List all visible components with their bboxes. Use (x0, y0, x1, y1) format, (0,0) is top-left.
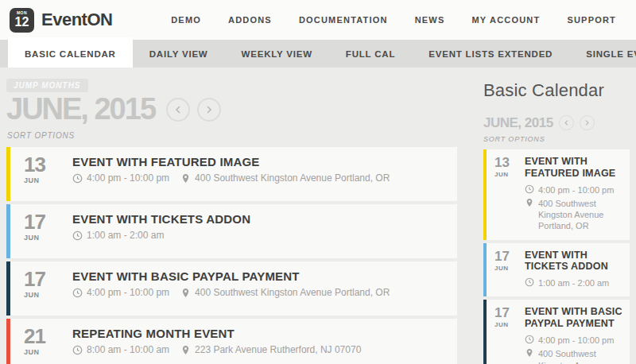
event-row[interactable]: 13 JUN EVENT WITH FEATURED IMAGE 4:00 pm… (6, 147, 457, 201)
event-list: 13 JUN EVENT WITH FEATURED IMAGE 4:00 pm… (6, 147, 457, 364)
event-meta: 8:00 am - 10:00 am 223 Park Avenue Ruthe… (72, 344, 361, 357)
prev-month-button[interactable] (166, 98, 190, 122)
event-info: EVENT WITH BASIC PAYPAL PAYMENT 4:00 pm … (518, 306, 625, 364)
clock-icon (72, 288, 83, 298)
sidebar-prev-month-button[interactable] (559, 115, 574, 130)
event-date: 13 JUN (487, 156, 518, 232)
event-time: 8:00 am - 10:00 am (72, 344, 169, 357)
event-day: 17 (494, 306, 518, 319)
nav-item-documentation[interactable]: DOCUMENTATION (299, 15, 388, 25)
event-time-text: 1:00 am - 2:00 am (538, 277, 609, 288)
brand-name: EventON (41, 10, 112, 30)
event-time: 1:00 am - 2:00 am (72, 230, 164, 242)
event-time: 4:00 pm - 10:00 pm (72, 287, 169, 300)
event-date: 17 JUN (10, 269, 56, 316)
event-time: 4:00 pm - 10:00 pm (525, 184, 614, 196)
nav-item-demo[interactable]: DEMO (171, 15, 201, 25)
event-time-text: 4:00 pm - 10:00 pm (538, 335, 614, 346)
event-info: EVENT WITH BASIC PAYPAL PAYMENT 4:00 pm … (56, 269, 390, 316)
event-time: 4:00 pm - 10:00 pm (525, 335, 614, 346)
tab-single-event-view[interactable]: SINGLE EVENT VIEW (569, 40, 636, 68)
event-row[interactable]: 17 JUN EVENT WITH TICKETS ADDON 1:00 am … (483, 243, 630, 297)
event-location-text: 400 Southwest Kingston Avenue Portland, … (195, 287, 390, 300)
clock-icon (525, 184, 534, 194)
event-month: JUN (24, 176, 56, 184)
sidebar-sort-options-button[interactable]: SORT OPTIONS (483, 135, 630, 143)
sidebar-event-list: 13 JUN EVENT WITH FEATURED IMAGE 4:00 pm… (483, 149, 630, 364)
event-meta: 4:00 pm - 10:00 pm 400 Southwest Kingsto… (72, 287, 390, 300)
top-nav: DEMO ADDONS DOCUMENTATION NEWS MY ACCOUN… (171, 15, 616, 25)
view-tabs: BASIC CALENDAR DAILY VIEW WEEKLY VIEW FU… (0, 40, 636, 68)
event-location: 400 Southwest Kingston Avenue Portland, … (180, 287, 390, 300)
nav-item-addons[interactable]: ADDONS (228, 15, 272, 25)
event-month: JUN (494, 265, 518, 272)
event-title: EVENT WITH FEATURED IMAGE (525, 156, 625, 180)
event-location: 400 Southwest Kingston Avenue Portland, … (180, 172, 390, 185)
sidebar: Basic Calendar JUNE, 2015 SORT OPTIONS 1… (483, 77, 630, 364)
event-location: 400 Southwest Kingston Avenue Portland, … (525, 198, 625, 232)
tab-basic-calendar[interactable]: BASIC CALENDAR (8, 37, 133, 68)
clock-icon (72, 230, 83, 241)
event-day: 13 (24, 154, 56, 175)
event-title: EVENT WITH BASIC PAYPAL PAYMENT (525, 306, 625, 330)
tab-event-lists-extended[interactable]: EVENT LISTS EXTENDED (412, 40, 569, 68)
event-time-text: 1:00 am - 2:00 am (87, 230, 164, 242)
location-pin-icon (180, 173, 191, 184)
site-header: MON 12 EventON DEMO ADDONS DOCUMENTATION… (0, 0, 636, 40)
event-day: 13 (494, 156, 518, 169)
event-date: 17 JUN (10, 211, 56, 258)
event-time: 4:00 pm - 10:00 pm (72, 172, 169, 185)
event-time: 1:00 am - 2:00 am (525, 277, 609, 288)
month-title: JUNE, 2015 (6, 94, 155, 126)
nav-item-news[interactable]: NEWS (415, 15, 445, 25)
clock-icon (72, 173, 83, 184)
event-meta: 1:00 am - 2:00 am (72, 230, 250, 242)
event-info: EVENT WITH TICKETS ADDON 1:00 am - 2:00 … (518, 250, 625, 289)
event-row[interactable]: 13 JUN EVENT WITH FEATURED IMAGE 4:00 pm… (483, 149, 630, 240)
content-area: JUMP MONTHS JUNE, 2015 SORT OPTIONS 13 J… (0, 68, 636, 364)
event-row[interactable]: 21 JUN REPEATING MONTH EVENT 8:00 am - 1… (6, 319, 457, 364)
tab-daily-view[interactable]: DAILY VIEW (133, 40, 225, 68)
location-pin-icon (180, 345, 191, 355)
eventon-calendar-icon: MON 12 (10, 8, 34, 33)
event-meta: 4:00 pm - 10:00 pm 400 Southwest Kingsto… (525, 335, 625, 364)
event-meta: 4:00 pm - 10:00 pm 400 Southwest Kingsto… (72, 172, 390, 185)
event-date: 17 JUN (487, 306, 518, 364)
event-time-text: 4:00 pm - 10:00 pm (87, 172, 169, 185)
nav-item-support[interactable]: SUPPORT (567, 15, 616, 25)
sidebar-month-title: JUNE, 2015 (483, 116, 553, 130)
event-day: 17 (24, 269, 56, 289)
chevron-left-icon (174, 106, 182, 114)
next-month-button[interactable] (197, 98, 221, 122)
event-row[interactable]: 17 JUN EVENT WITH TICKETS ADDON 1:00 am … (6, 204, 457, 258)
main-calendar: JUMP MONTHS JUNE, 2015 SORT OPTIONS 13 J… (6, 77, 457, 364)
tab-full-cal[interactable]: FULL CAL (329, 40, 412, 68)
page-title: Basic Calendar (483, 80, 630, 101)
event-title: REPEATING MONTH EVENT (72, 327, 361, 340)
event-time-text: 4:00 pm - 10:00 pm (538, 184, 614, 196)
event-info: EVENT WITH FEATURED IMAGE 4:00 pm - 10:0… (518, 156, 625, 232)
event-title: EVENT WITH TICKETS ADDON (72, 212, 250, 226)
nav-item-my-account[interactable]: MY ACCOUNT (471, 15, 540, 25)
event-location-text: 223 Park Avenue Rutherford, NJ 07070 (195, 344, 361, 357)
event-location: 400 Southwest Kingston Avenue Portland, … (525, 348, 625, 364)
event-row[interactable]: 17 JUN EVENT WITH BASIC PAYPAL PAYMENT 4… (483, 300, 630, 364)
event-month: JUN (24, 348, 56, 356)
logo[interactable]: MON 12 EventON (10, 8, 112, 33)
event-time-text: 4:00 pm - 10:00 pm (87, 287, 169, 300)
location-pin-icon (180, 288, 191, 298)
clock-icon (72, 345, 83, 355)
tab-weekly-view[interactable]: WEEKLY VIEW (225, 40, 329, 68)
event-meta: 1:00 am - 2:00 am (525, 277, 625, 288)
event-title: EVENT WITH BASIC PAYPAL PAYMENT (72, 269, 390, 283)
event-row[interactable]: 17 JUN EVENT WITH BASIC PAYPAL PAYMENT 4… (6, 261, 457, 316)
event-date: 21 JUN (10, 326, 56, 364)
jump-months-button[interactable]: JUMP MONTHS (6, 79, 88, 92)
event-month: JUN (494, 171, 518, 178)
event-meta: 4:00 pm - 10:00 pm 400 Southwest Kingsto… (525, 184, 625, 232)
sidebar-month-header: JUNE, 2015 (483, 115, 630, 130)
sidebar-next-month-button[interactable] (580, 115, 595, 130)
event-info: REPEATING MONTH EVENT 8:00 am - 10:00 am… (56, 326, 361, 364)
sort-options-button[interactable]: SORT OPTIONS (7, 131, 457, 140)
clock-icon (525, 277, 534, 287)
